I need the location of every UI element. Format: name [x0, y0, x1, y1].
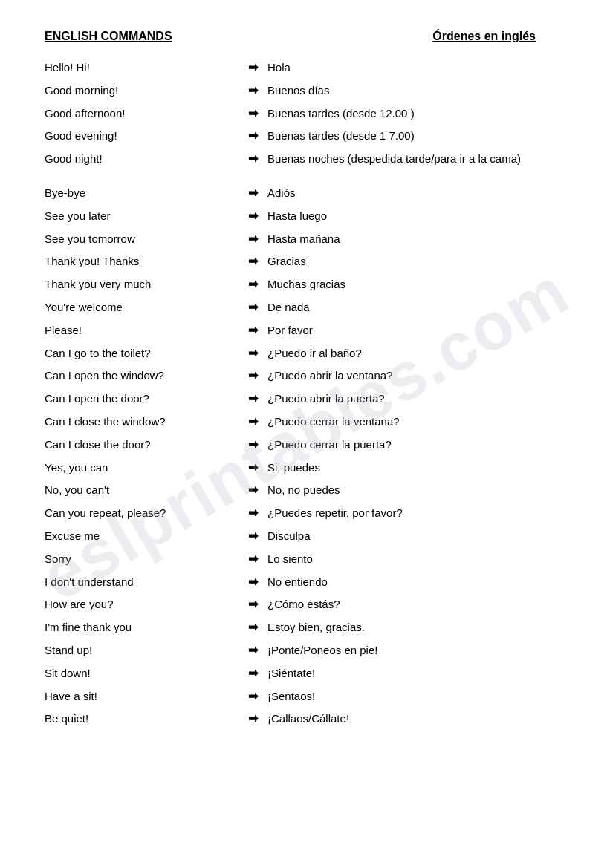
arrow-icon: ➡ — [238, 479, 267, 502]
spanish-phrase: Buenos días — [267, 79, 565, 102]
english-phrase: Sit down! — [45, 662, 238, 685]
page-container: ENGLISH COMMANDS Órdenes en inglés Hello… — [45, 30, 565, 731]
spanish-phrase: ¿Puedo cerrar la puerta? — [267, 434, 565, 457]
table-row: Can I open the door?➡¿Puedo abrir la pue… — [45, 388, 565, 411]
arrow-icon: ➡ — [238, 457, 267, 480]
table-row: Excuse me➡Disculpa — [45, 525, 565, 548]
english-phrase: Good morning! — [45, 79, 238, 102]
spanish-phrase: Gracias — [267, 250, 565, 273]
arrow-icon: ➡ — [238, 125, 267, 148]
arrow-icon: ➡ — [238, 502, 267, 525]
arrow-icon: ➡ — [238, 342, 267, 365]
english-phrase: Stand up! — [45, 639, 238, 662]
table-row: Sorry➡Lo siento — [45, 548, 565, 571]
english-phrase: Good afternoon! — [45, 102, 238, 125]
table-row: Good morning!➡Buenos días — [45, 79, 565, 102]
arrow-icon: ➡ — [238, 273, 267, 296]
arrow-icon: ➡ — [238, 571, 267, 594]
english-phrase: Can I close the window? — [45, 411, 238, 434]
table-row: Good afternoon!➡Buenas tardes (desde 12.… — [45, 102, 565, 125]
english-phrase: Have a sit! — [45, 685, 238, 708]
english-title: ENGLISH COMMANDS — [45, 30, 172, 43]
spanish-phrase: ¡Callaos/Cállate! — [267, 708, 565, 731]
english-phrase: You're welcome — [45, 296, 238, 319]
arrow-icon: ➡ — [238, 388, 267, 411]
arrow-icon: ➡ — [238, 79, 267, 102]
english-phrase: I'm fine thank you — [45, 616, 238, 639]
spanish-phrase: ¿Puedo abrir la puerta? — [267, 388, 565, 411]
table-row: Stand up!➡¡Ponte/Poneos en pie! — [45, 639, 565, 662]
english-phrase: No, you can't — [45, 479, 238, 502]
table-row: No, you can't➡No, no puedes — [45, 479, 565, 502]
english-phrase: Bye-bye — [45, 182, 238, 205]
table-row: Can I open the window?➡¿Puedo abrir la v… — [45, 365, 565, 388]
table-row: Yes, you can➡Si, puedes — [45, 457, 565, 480]
spanish-phrase: Si, puedes — [267, 457, 565, 480]
table-row: Can you repeat, please?➡¿Puedes repetir,… — [45, 502, 565, 525]
english-phrase: Can you repeat, please? — [45, 502, 238, 525]
table-row: See you tomorrow➡Hasta mañana — [45, 228, 565, 251]
arrow-icon: ➡ — [238, 708, 267, 731]
spanish-phrase: ¿Puedes repetir, por favor? — [267, 502, 565, 525]
english-phrase: Good evening! — [45, 125, 238, 148]
spanish-phrase: Disculpa — [267, 525, 565, 548]
arrow-icon: ➡ — [238, 525, 267, 548]
english-phrase: See you tomorrow — [45, 228, 238, 251]
spanish-phrase: Lo siento — [267, 548, 565, 571]
arrow-icon: ➡ — [238, 296, 267, 319]
spanish-phrase: Buenas noches (despedida tarde/para ir a… — [267, 148, 565, 171]
arrow-icon: ➡ — [238, 685, 267, 708]
english-phrase: Sorry — [45, 548, 238, 571]
table-row: I'm fine thank you➡Estoy bien, gracias. — [45, 616, 565, 639]
table-row: Can I close the window?➡¿Puedo cerrar la… — [45, 411, 565, 434]
english-phrase: Good night! — [45, 148, 238, 171]
table-row: Be quiet!➡¡Callaos/Cállate! — [45, 708, 565, 731]
spanish-phrase: Adiós — [267, 182, 565, 205]
arrow-icon: ➡ — [238, 319, 267, 342]
table-row: Good night!➡Buenas noches (despedida tar… — [45, 148, 565, 171]
english-phrase: Thank you very much — [45, 273, 238, 296]
english-phrase: See you later — [45, 205, 238, 228]
english-phrase: Be quiet! — [45, 708, 238, 731]
spanish-title: Órdenes en inglés — [432, 30, 536, 43]
table-row: You're welcome➡De nada — [45, 296, 565, 319]
arrow-icon: ➡ — [238, 102, 267, 125]
arrow-icon: ➡ — [238, 616, 267, 639]
spanish-phrase: Hola — [267, 56, 565, 79]
header-row: ENGLISH COMMANDS Órdenes en inglés — [45, 30, 565, 43]
spanish-phrase: Hasta mañana — [267, 228, 565, 251]
spanish-phrase: Buenas tardes (desde 1 7.00) — [267, 125, 565, 148]
english-phrase: Can I open the door? — [45, 388, 238, 411]
table-row: Bye-bye➡Adiós — [45, 182, 565, 205]
spanish-phrase: Buenas tardes (desde 12.00 ) — [267, 102, 565, 125]
table-row: Good evening!➡Buenas tardes (desde 1 7.0… — [45, 125, 565, 148]
spanish-phrase: No entiendo — [267, 571, 565, 594]
arrow-icon: ➡ — [238, 662, 267, 685]
arrow-icon: ➡ — [238, 56, 267, 79]
table-row: Sit down!➡¡Siéntate! — [45, 662, 565, 685]
english-phrase: Can I open the window? — [45, 365, 238, 388]
arrow-icon: ➡ — [238, 365, 267, 388]
english-phrase: Thank you! Thanks — [45, 250, 238, 273]
english-phrase: I don't understand — [45, 571, 238, 594]
arrow-icon: ➡ — [238, 228, 267, 251]
spanish-phrase: Muchas gracias — [267, 273, 565, 296]
table-row: Thank you! Thanks➡Gracias — [45, 250, 565, 273]
arrow-icon: ➡ — [238, 434, 267, 457]
table-row: Please!➡Por favor — [45, 319, 565, 342]
english-phrase: Can I close the door? — [45, 434, 238, 457]
table-row: How are you?➡¿Cómo estás? — [45, 593, 565, 616]
table-row: Have a sit!➡¡Sentaos! — [45, 685, 565, 708]
arrow-icon: ➡ — [238, 593, 267, 616]
english-phrase: Please! — [45, 319, 238, 342]
arrow-icon: ➡ — [238, 148, 267, 171]
spanish-phrase: ¡Sentaos! — [267, 685, 565, 708]
english-phrase: Yes, you can — [45, 457, 238, 480]
table-row: I don't understand➡No entiendo — [45, 571, 565, 594]
arrow-icon: ➡ — [238, 639, 267, 662]
english-phrase: Hello! Hi! — [45, 56, 238, 79]
spanish-phrase: ¿Puedo abrir la ventana? — [267, 365, 565, 388]
table-row: Hello! Hi!➡Hola — [45, 56, 565, 79]
spanish-phrase: ¿Puedo ir al baño? — [267, 342, 565, 365]
spanish-phrase: ¿Cómo estás? — [267, 593, 565, 616]
